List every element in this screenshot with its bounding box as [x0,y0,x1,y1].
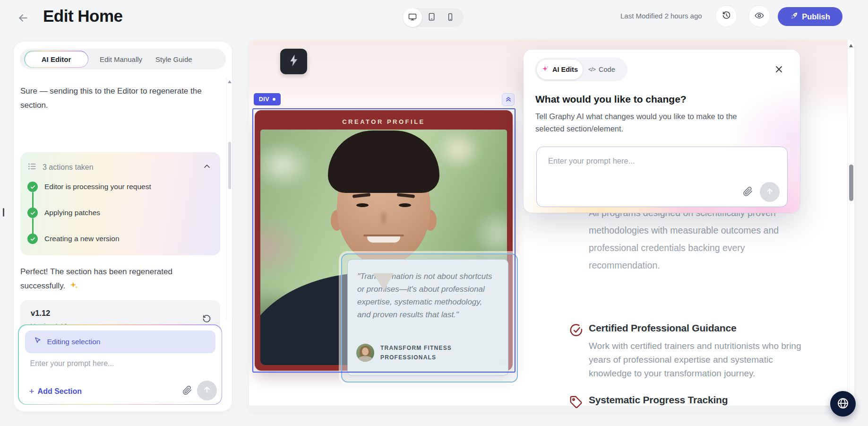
check-circle-icon [569,323,584,339]
feature-body: Structured assessment and progress track… [589,411,818,412]
arrow-up-icon [765,187,774,198]
panel-resize-handle[interactable] [3,208,4,217]
device-tablet-button[interactable] [422,8,441,27]
popup-prompt-box[interactable]: Enter your prompt here... [536,147,788,207]
intro-paragraph: All programs designed on scientifically … [589,204,807,274]
editing-selection-label: Editing selection [47,338,101,346]
canvas-scrollbar[interactable] [847,40,854,412]
rocket-icon [790,12,798,22]
feature-body: Work with certified trainers and nutriti… [589,339,818,380]
tab-ai-editor[interactable]: AI Editor [25,52,88,67]
close-icon [774,68,783,75]
arrow-up-icon [202,385,212,396]
attach-file-button[interactable] [182,385,192,397]
scroll-up-arrow[interactable] [228,80,232,83]
paperclip-icon [742,191,753,198]
scrollbar-thumb[interactable] [849,165,853,201]
step-label: Applying patches [44,209,100,217]
history-button[interactable] [715,5,737,27]
sidebar-scrollbar[interactable] [226,78,232,320]
step-label: Editor is processing your request [44,183,151,191]
creator-photo [260,130,507,365]
feature-title: Systematic Progress Tracking [589,394,825,406]
history-icon [722,10,731,22]
sparkle-icon [541,65,550,74]
selected-element-badge[interactable]: DIV [254,93,281,105]
top-header: Edit Home Last Modified 2 hours ago Publ… [0,0,868,33]
feature-item: Systematic Progress Tracking Structured … [589,394,825,412]
actions-summary: 3 actions taken [43,163,94,172]
collapse-actions-button[interactable] [202,162,212,173]
close-popup-button[interactable] [774,65,783,75]
send-prompt-button[interactable] [760,182,780,202]
version-name: v1.12 [31,309,50,318]
chevron-up-icon [202,165,212,173]
page-title: Edit Home [43,7,123,26]
add-section-button[interactable]: + Add Section [29,386,82,397]
tab-ai-editor-label: AI Editor [42,55,71,63]
actions-card: 3 actions taken Editor is processing you… [20,152,220,255]
scrollbar-thumb[interactable] [228,142,231,189]
assistant-message: Sure — sending this to the Editor to reg… [20,84,209,113]
photo-vignette [260,130,507,365]
publish-label: Publish [802,12,830,21]
site-logo[interactable] [280,49,307,74]
prompt-box: Editing selection Enter your prompt here… [19,325,222,404]
assistant-message: Perfect! The section has been regenerate… [20,265,207,295]
chevrons-up-icon [505,95,512,104]
restore-icon [202,318,212,325]
language-globe-button[interactable] [830,391,856,417]
features-column: All programs designed on scientifically … [589,204,825,274]
send-prompt-button[interactable] [197,381,217,400]
tab-style-guide[interactable]: Style Guide [154,55,204,63]
arrow-left-icon [17,12,29,24]
creator-profile-title: CREATOR PROFILE [255,118,513,125]
collapse-section-button[interactable] [502,93,515,106]
restore-version-button[interactable] [202,313,212,325]
tab-edit-manually[interactable]: Edit Manually [88,55,154,63]
mobile-icon [446,13,455,23]
check-circle-icon [27,234,38,244]
popup-title: What would you like to change? [535,94,687,105]
ai-editor-sidebar: AI Editor Edit Manually Style Guide Sure… [14,42,232,411]
tablet-icon [427,12,436,23]
code-icon: </> [588,66,595,73]
prompt-input[interactable]: Enter your prompt here... [30,359,114,368]
eye-icon [754,10,765,22]
tab-ai-edits-label: AI Edits [552,66,578,73]
globe-icon [836,397,850,411]
preview-button[interactable] [748,5,770,27]
badge-label: DIV [259,96,269,103]
back-button[interactable] [14,9,32,27]
device-desktop-button[interactable] [403,8,422,27]
feature-title: Certified Professional Guidance [589,322,825,334]
scroll-up-arrow[interactable] [849,44,853,47]
tab-code-label: Code [599,66,615,73]
check-circle-icon [27,208,38,218]
list-icon [27,162,37,173]
desktop-icon [408,12,417,23]
action-step: Applying patches [27,208,100,218]
popup-subtitle: Tell Graphy AI what changes would you li… [535,110,750,135]
tab-ai-edits[interactable]: AI Edits [537,60,583,79]
device-switcher [403,8,464,27]
action-step: Creating a new version [27,234,120,244]
publish-button[interactable]: Publish [778,7,842,26]
ai-edits-popup: AI Edits </> Code What would you like to… [524,50,800,213]
popup-tabbar: AI Edits </> Code [535,58,627,81]
tab-ai-editor-border: AI Editor [24,51,88,68]
creator-profile-card[interactable]: CREATOR PROFILE [255,110,513,371]
add-section-label: Add Section [38,387,82,396]
sparkles-icon [69,280,78,295]
action-step: Editor is processing your request [27,182,151,192]
feature-item: Certified Professional Guidance Work wit… [589,322,825,380]
attach-file-button[interactable] [742,186,753,198]
actions-summary-row: 3 actions taken [27,162,94,173]
lightning-icon [287,53,301,70]
cursor-icon [34,337,42,347]
tab-code[interactable]: </> Code [588,66,615,73]
device-mobile-button[interactable] [441,8,460,27]
paperclip-icon [182,390,192,397]
popup-prompt-input[interactable]: Enter your prompt here... [548,156,635,165]
editing-selection-pill[interactable]: Editing selection [25,330,215,353]
